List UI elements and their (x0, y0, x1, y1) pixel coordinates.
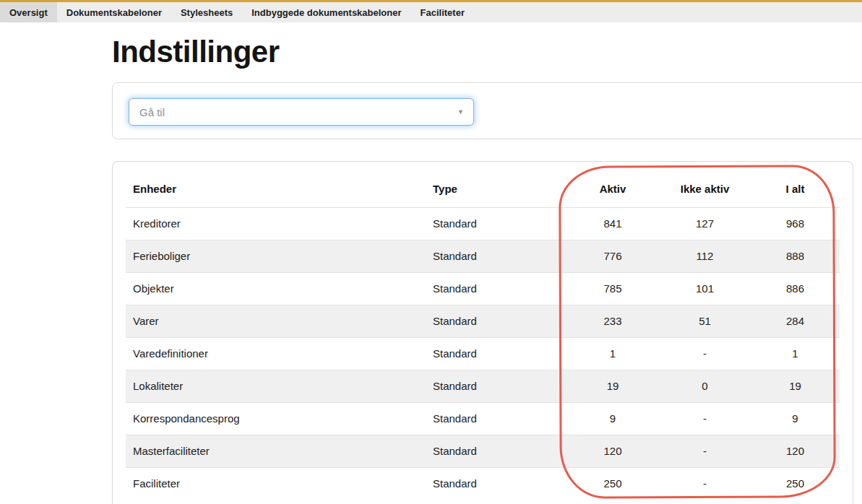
cell-aktiv: 841 (566, 207, 659, 240)
cell-aktiv: 120 (566, 435, 659, 467)
table-row: Varer Standard 233 51 284 (126, 305, 840, 337)
cell-aktiv: 233 (566, 305, 659, 337)
cell-enheder: Lokaliteter (126, 370, 433, 402)
cell-enheder: Faciliteter (126, 467, 433, 500)
goto-select-placeholder: Gå til (139, 106, 165, 118)
tab-dokumentskabeloner[interactable]: Dokumentskabeloner (57, 2, 171, 22)
cell-i-alt: 9 (751, 402, 840, 435)
goto-card: Gå til ▼ (112, 82, 862, 139)
cell-type: Standard (433, 337, 566, 370)
table-row: Ferieboliger Standard 776 112 888 (126, 240, 840, 272)
cell-aktiv: 785 (566, 272, 659, 305)
entities-table-card: Enheder Type Aktiv Ikke aktiv I alt Kred… (112, 161, 853, 504)
cell-type: Standard (433, 305, 566, 337)
cell-type: Standard (433, 240, 566, 272)
cell-ikke-aktiv: 127 (659, 207, 751, 240)
cell-i-alt: 886 (751, 272, 840, 305)
cell-i-alt: 19 (751, 370, 840, 402)
cell-enheder: Kreditorer (126, 207, 433, 240)
column-header-ikke-aktiv: Ikke aktiv (659, 162, 751, 207)
table-row: Masterfaciliteter Standard 120 - 120 (126, 435, 840, 467)
table-row: Varedefinitioner Standard 1 - 1 (126, 337, 840, 370)
table-row: Faciliteter Standard 250 - 250 (126, 467, 840, 500)
column-header-type: Type (433, 162, 566, 207)
page-title: Indstillinger (112, 35, 280, 69)
cell-ikke-aktiv: - (659, 402, 751, 435)
cell-type: Standard (433, 207, 566, 240)
tab-faciliteter[interactable]: Faciliteter (411, 2, 474, 22)
cell-i-alt: 1 (751, 337, 840, 370)
column-header-enheder: Enheder (126, 162, 433, 207)
caret-down-icon: ▼ (457, 108, 464, 116)
cell-ikke-aktiv: - (659, 435, 751, 467)
cell-ikke-aktiv: - (659, 467, 751, 500)
cell-ikke-aktiv: 112 (659, 240, 751, 272)
cell-type: Standard (433, 370, 566, 402)
cell-i-alt: 284 (751, 305, 840, 337)
entities-table: Enheder Type Aktiv Ikke aktiv I alt Kred… (126, 162, 840, 500)
goto-select[interactable]: Gå til ▼ (129, 98, 474, 126)
cell-i-alt: 888 (751, 240, 840, 272)
table-row: Objekter Standard 785 101 886 (126, 272, 840, 305)
tab-indbyggede-dokumentskabeloner[interactable]: Indbyggede dokumentskabeloner (242, 2, 410, 22)
cell-aktiv: 250 (566, 467, 659, 500)
cell-i-alt: 250 (751, 467, 840, 500)
cell-i-alt: 968 (751, 207, 840, 240)
cell-aktiv: 1 (566, 337, 659, 370)
table-header: Enheder Type Aktiv Ikke aktiv I alt (126, 162, 840, 207)
cell-enheder: Varer (126, 305, 433, 337)
top-tab-bar: Oversigt Dokumentskabeloner Stylesheets … (0, 0, 862, 22)
cell-type: Standard (433, 435, 566, 467)
cell-enheder: Ferieboliger (126, 240, 433, 272)
cell-type: Standard (433, 272, 566, 305)
cell-type: Standard (433, 402, 566, 435)
table-row: Kreditorer Standard 841 127 968 (126, 207, 840, 240)
cell-aktiv: 9 (566, 402, 659, 435)
cell-enheder: Objekter (126, 272, 433, 305)
cell-enheder: Masterfaciliteter (126, 435, 433, 467)
cell-ikke-aktiv: - (659, 337, 751, 370)
cell-ikke-aktiv: 0 (659, 370, 751, 402)
tab-oversigt[interactable]: Oversigt (0, 2, 57, 22)
tab-stylesheets[interactable]: Stylesheets (171, 2, 242, 22)
cell-aktiv: 19 (566, 370, 659, 402)
table-row: Lokaliteter Standard 19 0 19 (126, 370, 840, 402)
cell-type: Standard (433, 467, 566, 500)
cell-enheder: Varedefinitioner (126, 337, 433, 370)
cell-ikke-aktiv: 51 (659, 305, 751, 337)
cell-ikke-aktiv: 101 (659, 272, 751, 305)
column-header-aktiv: Aktiv (566, 162, 659, 207)
table-body: Kreditorer Standard 841 127 968 Feriebol… (126, 207, 840, 500)
cell-i-alt: 120 (751, 435, 840, 467)
cell-aktiv: 776 (566, 240, 659, 272)
column-header-i-alt: I alt (751, 162, 840, 207)
cell-enheder: Korrespondancesprog (126, 402, 433, 435)
table-row: Korrespondancesprog Standard 9 - 9 (126, 402, 840, 435)
